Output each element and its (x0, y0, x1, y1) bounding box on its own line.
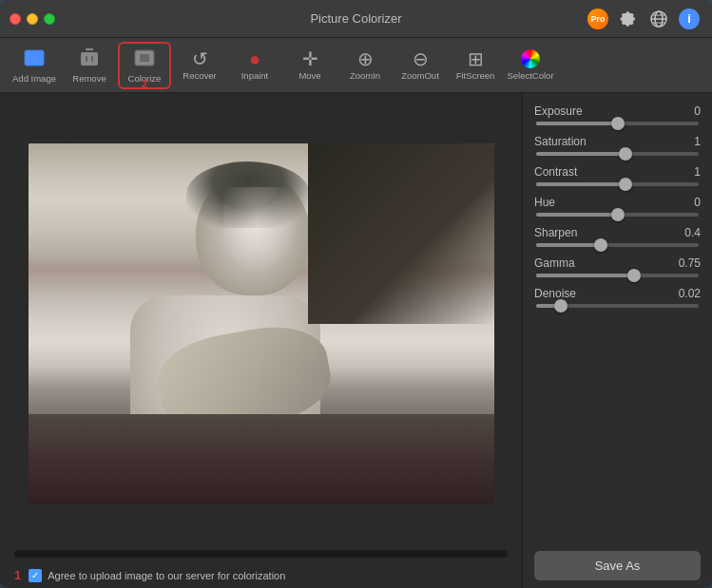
website-icon-btn[interactable] (645, 6, 672, 32)
denoise-slider-row: Denoise 0.02 (534, 287, 701, 308)
contrast-slider-row: Contrast 1 (534, 165, 701, 186)
sharpen-value: 0.4 (684, 226, 701, 239)
step-number-badge: 1 (14, 568, 21, 582)
minimize-button[interactable] (27, 13, 38, 25)
gamma-slider-row: Gamma 0.75 (534, 256, 701, 277)
exposure-thumb[interactable] (611, 117, 625, 130)
exposure-track[interactable] (536, 122, 699, 125)
denoise-value: 0.02 (679, 287, 701, 300)
checkmark-icon: ✓ (31, 571, 39, 580)
recover-tool[interactable]: ↺ Recover (173, 42, 226, 89)
gamma-track[interactable] (536, 274, 699, 277)
fit-screen-tool[interactable]: ⊞ FitScreen (449, 42, 502, 89)
contrast-label: Contrast (534, 165, 577, 179)
sharpen-track[interactable] (536, 243, 699, 247)
zoom-out-label: ZoomOut (401, 70, 439, 81)
exposure-slider-row: Exposure 0 (534, 104, 701, 125)
pro-icon-btn[interactable]: Pro (585, 6, 611, 32)
photo-display[interactable] (29, 143, 494, 504)
titlebar: Picture Colorizer Pro i (0, 0, 712, 38)
traffic-lights (10, 13, 55, 25)
inpaint-label: Inpaint (241, 70, 269, 81)
about-icon-btn[interactable]: i (676, 6, 702, 32)
right-panel: Exposure 0 Saturation 1 (522, 93, 712, 588)
sharpen-label: Sharpen (534, 226, 577, 239)
progress-bar-container (14, 550, 508, 558)
pro-icon: Pro (587, 9, 608, 29)
window-title: Picture Colorizer (310, 11, 401, 26)
info-icon: i (679, 9, 700, 29)
contrast-value: 1 (694, 165, 701, 179)
move-tool[interactable]: ✛ Move (283, 42, 337, 89)
remove-icon (79, 47, 100, 71)
recover-label: Recover (183, 70, 216, 81)
maximize-button[interactable] (44, 13, 55, 25)
colorize-icon (134, 47, 155, 71)
zoom-in-tool[interactable]: ⊕ ZoomIn (338, 42, 392, 89)
close-button[interactable] (10, 13, 21, 25)
move-icon: ✛ (302, 49, 318, 68)
svg-rect-7 (81, 52, 98, 66)
remove-tool[interactable]: Remove (63, 42, 116, 89)
zoom-in-icon: ⊕ (357, 49, 374, 68)
checkbox-label: Agree to upload image to our server for … (48, 570, 285, 581)
denoise-track[interactable] (536, 304, 699, 308)
agree-checkbox[interactable]: ✓ (29, 569, 42, 582)
svg-rect-5 (25, 50, 44, 66)
hue-slider-row: Hue 0 (534, 196, 701, 217)
sharpen-slider-row: Sharpen 0.4 (534, 226, 701, 247)
colorize-step-badge: 2 (142, 78, 147, 89)
hue-track[interactable] (536, 213, 699, 217)
zoom-in-label: ZoomIn (350, 70, 380, 81)
fit-screen-icon: ⊞ (468, 49, 484, 68)
denoise-label: Denoise (534, 287, 576, 300)
inpaint-icon: ● (249, 49, 260, 68)
toolbar: Add Image Remove Colorize (0, 38, 712, 93)
contrast-thumb[interactable] (619, 178, 632, 191)
progress-area (0, 545, 522, 562)
globe-icon (649, 9, 668, 28)
select-color-label: SelectColor (507, 70, 553, 81)
hue-label: Hue (534, 196, 555, 209)
saturation-track[interactable] (536, 152, 699, 156)
saturation-value: 1 (694, 135, 701, 148)
top-right-icons: Pro i (585, 6, 702, 32)
colorize-tool[interactable]: Colorize 2 (118, 42, 171, 89)
checkbox-area[interactable]: ✓ Agree to upload image to our server fo… (29, 569, 285, 582)
main-window: Picture Colorizer Pro i (0, 0, 712, 588)
saturation-slider-row: Saturation 1 (534, 135, 701, 156)
gamma-value: 0.75 (679, 256, 701, 270)
fit-screen-label: FitScreen (456, 70, 495, 81)
denoise-thumb[interactable] (554, 299, 568, 313)
hue-value: 0 (694, 196, 701, 209)
bottom-bar: 1 ✓ Agree to upload image to our server … (0, 562, 522, 588)
options-icon-btn[interactable] (615, 6, 642, 32)
gamma-thumb[interactable] (627, 269, 641, 282)
main-area: 1 ✓ Agree to upload image to our server … (0, 93, 712, 588)
contrast-track[interactable] (536, 182, 699, 186)
remove-label: Remove (72, 73, 106, 84)
zoom-out-icon: ⊖ (413, 49, 429, 68)
canvas-area: 1 ✓ Agree to upload image to our server … (0, 93, 522, 588)
image-container (0, 93, 522, 545)
inpaint-tool[interactable]: ● Inpaint (228, 42, 281, 89)
add-image-icon (24, 47, 45, 71)
zoom-out-tool[interactable]: ⊖ ZoomOut (394, 42, 447, 89)
gamma-label: Gamma (534, 256, 575, 270)
saturation-thumb[interactable] (619, 147, 632, 161)
sharpen-thumb[interactable] (594, 238, 607, 252)
save-as-button[interactable]: Save As (534, 551, 701, 580)
saturation-label: Saturation (534, 135, 587, 148)
add-image-label: Add Image (12, 73, 56, 84)
recover-icon: ↺ (192, 49, 208, 68)
select-color-tool[interactable]: SelectColor (504, 42, 557, 89)
exposure-value: 0 (694, 104, 701, 118)
move-label: Move (298, 70, 320, 81)
hue-thumb[interactable] (611, 208, 625, 221)
gear-icon (619, 9, 638, 28)
svg-rect-13 (140, 54, 149, 62)
select-color-icon (521, 49, 540, 68)
exposure-label: Exposure (534, 104, 583, 118)
add-image-tool[interactable]: Add Image (8, 42, 61, 89)
